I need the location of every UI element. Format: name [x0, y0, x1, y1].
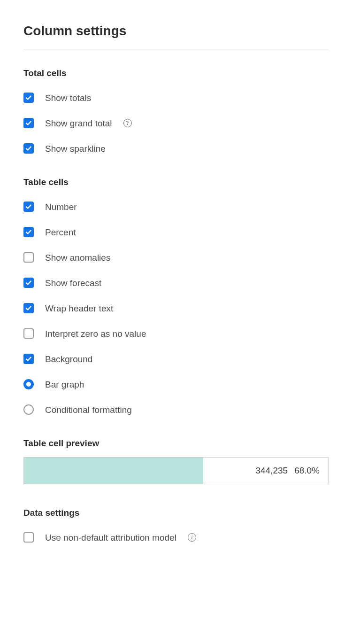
label-background: Background: [45, 355, 92, 364]
row-background: Background: [23, 354, 329, 364]
checkbox-show-forecast[interactable]: [23, 278, 34, 288]
row-interpret-zero: Interpret zero as no value: [23, 328, 329, 339]
row-show-anomalies: Show anomalies: [23, 252, 329, 263]
label-show-forecast: Show forecast: [45, 279, 101, 287]
section-data-settings: Data settings Use non-default attributio…: [23, 508, 329, 543]
label-show-grand-total: Show grand total: [45, 119, 112, 128]
row-conditional-formatting: Conditional formatting: [23, 404, 329, 415]
preview-bar: [24, 458, 203, 484]
checkbox-interpret-zero[interactable]: [23, 328, 34, 339]
radio-bar-graph[interactable]: [23, 379, 34, 389]
row-show-sparkline: Show sparkline: [23, 143, 329, 154]
row-show-forecast: Show forecast: [23, 278, 329, 288]
row-attribution: Use non-default attribution model i: [23, 532, 329, 543]
row-bar-graph: Bar graph: [23, 379, 329, 389]
label-percent: Percent: [45, 228, 76, 237]
label-show-anomalies: Show anomalies: [45, 253, 110, 262]
section-total-cells: Total cells Show totals Show grand total…: [23, 68, 329, 154]
checkbox-show-anomalies[interactable]: [23, 252, 34, 263]
label-bar-graph: Bar graph: [45, 380, 84, 389]
label-number: Number: [45, 202, 77, 211]
row-wrap-header: Wrap header text: [23, 303, 329, 313]
section-header-total-cells: Total cells: [23, 68, 329, 78]
checkbox-background[interactable]: [23, 354, 34, 364]
radio-conditional-formatting[interactable]: [23, 404, 34, 415]
preview-box: 344,235 68.0%: [23, 457, 329, 484]
label-interpret-zero: Interpret zero as no value: [45, 329, 146, 338]
row-show-totals: Show totals: [23, 93, 329, 103]
checkbox-show-totals[interactable]: [23, 93, 34, 103]
label-show-totals: Show totals: [45, 93, 91, 102]
label-attribution: Use non-default attribution model: [45, 533, 176, 542]
checkbox-number[interactable]: [23, 202, 34, 212]
checkbox-wrap-header[interactable]: [23, 303, 34, 313]
section-table-cells: Table cells Number Percent Show anomalie…: [23, 177, 329, 415]
section-header-table-cells: Table cells: [23, 177, 329, 187]
preview-text: 344,235 68.0%: [255, 458, 320, 484]
page-title: Column settings: [23, 23, 329, 39]
label-conditional-formatting: Conditional formatting: [45, 405, 132, 414]
title-divider: [23, 49, 329, 49]
row-percent: Percent: [23, 227, 329, 237]
section-header-preview: Table cell preview: [23, 438, 329, 449]
checkbox-percent[interactable]: [23, 227, 34, 237]
preview-percent: 68.0%: [294, 466, 320, 476]
checkbox-attribution[interactable]: [23, 532, 34, 543]
row-number: Number: [23, 202, 329, 212]
label-wrap-header: Wrap header text: [45, 304, 113, 313]
row-show-grand-total: Show grand total ?: [23, 118, 329, 128]
preview-number: 344,235: [255, 466, 288, 476]
label-show-sparkline: Show sparkline: [45, 144, 106, 153]
help-icon[interactable]: ?: [123, 119, 132, 127]
checkbox-show-grand-total[interactable]: [23, 118, 34, 128]
section-header-data-settings: Data settings: [23, 508, 329, 518]
checkbox-show-sparkline[interactable]: [23, 143, 34, 154]
info-icon[interactable]: i: [188, 533, 196, 542]
